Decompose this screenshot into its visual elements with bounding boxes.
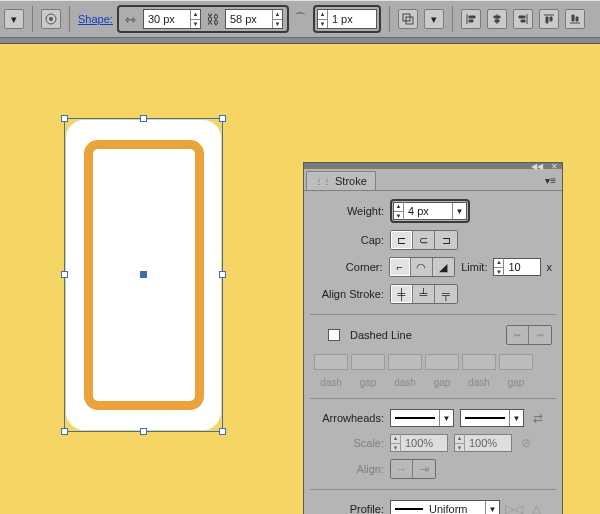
weight-input[interactable]: ▲▼ 4 px ▼ bbox=[393, 202, 467, 220]
handle-ne[interactable] bbox=[219, 115, 226, 122]
dash-field bbox=[351, 354, 385, 370]
dash-field bbox=[314, 354, 348, 370]
svg-rect-2 bbox=[403, 14, 410, 21]
align-left-icon[interactable] bbox=[461, 9, 481, 29]
dash-align-group: ┅ ┉ bbox=[506, 325, 552, 345]
options-toolbar: ▾ Shape: ⇿ ▲▼ ⛓ ▲▼ ⌒ ▲▼ ▾ bbox=[0, 0, 600, 38]
handle-w[interactable] bbox=[61, 271, 68, 278]
handle-s[interactable] bbox=[140, 428, 147, 435]
width-height-block: ⇿ ▲▼ ⛓ ▲▼ bbox=[117, 5, 289, 33]
row-weight: Weight: ▲▼ 4 px ▼ bbox=[314, 199, 552, 223]
pathfinder-more-icon[interactable]: ▾ bbox=[424, 9, 444, 29]
dash-col-label: gap bbox=[351, 377, 385, 388]
weight-label: Weight: bbox=[314, 205, 384, 217]
dropdown-caret-icon[interactable]: ▾ bbox=[4, 9, 24, 29]
tab-stroke[interactable]: ⋮⋮ Stroke bbox=[306, 171, 376, 190]
align-hcenter-icon[interactable] bbox=[487, 9, 507, 29]
panel-body: Weight: ▲▼ 4 px ▼ Cap: ⊏ ⊂ ⊐ C bbox=[304, 191, 562, 514]
limit-input[interactable]: ▲▼ 10 bbox=[493, 258, 540, 276]
link-icon[interactable]: ⛓ bbox=[205, 12, 221, 27]
handle-sw[interactable] bbox=[61, 428, 68, 435]
row-scale: Scale: ▲▼100% ▲▼100% ⊘ bbox=[314, 434, 552, 452]
cap-projecting-icon[interactable]: ⊐ bbox=[435, 231, 457, 249]
divider bbox=[452, 6, 453, 32]
chevron-down-icon[interactable]: ▼ bbox=[485, 501, 499, 514]
dashed-checkbox[interactable] bbox=[328, 329, 340, 341]
corner-radius-icon: ⌒ bbox=[293, 10, 309, 28]
collapse-icon[interactable]: ◀◀ bbox=[531, 162, 543, 171]
divider bbox=[389, 6, 390, 32]
align-center-icon[interactable]: ╪ bbox=[391, 285, 413, 303]
shape-height-input[interactable]: ▲▼ bbox=[225, 9, 283, 29]
shape-link[interactable]: Shape: bbox=[78, 13, 113, 25]
cap-butt-icon[interactable]: ⊏ bbox=[391, 231, 413, 249]
shape-size-group: Shape: ⇿ ▲▼ ⛓ ▲▼ ⌒ ▲▼ bbox=[78, 5, 381, 33]
svg-point-0 bbox=[46, 14, 56, 24]
dash-col-label: dash bbox=[388, 377, 422, 388]
dash-fields bbox=[314, 354, 552, 370]
profile-value: Uniform bbox=[429, 503, 468, 514]
align-inside-icon[interactable]: ╧ bbox=[413, 285, 435, 303]
corner-round-icon[interactable]: ◠ bbox=[411, 258, 433, 276]
handle-se[interactable] bbox=[219, 428, 226, 435]
row-corner: Corner: ⌐ ◠ ◢ Limit: ▲▼ 10 x bbox=[314, 257, 552, 277]
arrowheads-label: Arrowheads: bbox=[314, 412, 384, 424]
dash-field bbox=[388, 354, 422, 370]
flip-along-icon: △ bbox=[528, 501, 544, 514]
row-arrowheads: Arrowheads: ▼ ▼ ⇄ bbox=[314, 409, 552, 427]
limit-suffix: x bbox=[547, 261, 553, 273]
arrow-end[interactable]: ▼ bbox=[460, 409, 524, 427]
align-stroke-label: Align Stroke: bbox=[314, 288, 384, 300]
recolor-icon[interactable] bbox=[41, 9, 61, 29]
profile-select[interactable]: Uniform ▼ bbox=[390, 500, 500, 514]
dashed-label: Dashed Line bbox=[350, 329, 412, 341]
dash-preserve-icon: ┅ bbox=[507, 326, 529, 344]
corner-bevel-icon[interactable]: ◢ bbox=[433, 258, 455, 276]
separator bbox=[310, 314, 556, 315]
dash-align-icon: ┉ bbox=[529, 326, 551, 344]
chevron-down-icon[interactable]: ▼ bbox=[452, 203, 466, 219]
align-outside-icon[interactable]: ╤ bbox=[435, 285, 457, 303]
close-icon[interactable]: ✕ bbox=[551, 162, 558, 171]
corner-block: ▲▼ bbox=[313, 5, 381, 33]
pathfinder-icon[interactable] bbox=[398, 9, 418, 29]
arrow-place-icon: ⇥ bbox=[413, 460, 435, 478]
scale-label: Scale: bbox=[314, 437, 384, 449]
handle-nw[interactable] bbox=[61, 115, 68, 122]
weight-field-frame: ▲▼ 4 px ▼ bbox=[390, 199, 470, 223]
divider bbox=[69, 6, 70, 32]
arrow-start[interactable]: ▼ bbox=[390, 409, 454, 427]
row-align-stroke: Align Stroke: ╪ ╧ ╤ bbox=[314, 284, 552, 304]
dash-col-label: gap bbox=[499, 377, 533, 388]
handle-e[interactable] bbox=[219, 271, 226, 278]
selection-bounding-box[interactable] bbox=[64, 118, 223, 432]
tab-label: Stroke bbox=[335, 175, 367, 187]
stroke-panel: ◀◀ ✕ ⋮⋮ Stroke ▾≡ Weight: ▲▼ 4 px ▼ bbox=[303, 162, 563, 514]
handle-n[interactable] bbox=[140, 115, 147, 122]
panel-tabbar: ⋮⋮ Stroke ▾≡ bbox=[304, 169, 562, 191]
align-vcenter-icon[interactable] bbox=[565, 9, 585, 29]
shape-width-input[interactable]: ▲▼ bbox=[143, 9, 201, 29]
swap-arrows-icon[interactable]: ⇄ bbox=[530, 410, 546, 426]
cap-group: ⊏ ⊂ ⊐ bbox=[390, 230, 458, 250]
limit-value: 10 bbox=[504, 261, 539, 273]
scale-start: ▲▼100% bbox=[390, 434, 448, 452]
flip-across-icon: ▷◁ bbox=[506, 501, 522, 514]
dash-field bbox=[425, 354, 459, 370]
separator bbox=[310, 489, 556, 490]
corner-miter-icon[interactable]: ⌐ bbox=[390, 258, 412, 276]
separator bbox=[310, 398, 556, 399]
align-top-icon[interactable] bbox=[539, 9, 559, 29]
row-profile: Profile: Uniform ▼ ▷◁ △ bbox=[314, 500, 552, 514]
panel-menu-icon[interactable]: ▾≡ bbox=[545, 175, 562, 190]
corner-radius-input[interactable]: ▲▼ bbox=[317, 9, 377, 29]
corner-label: Corner: bbox=[314, 261, 383, 273]
dash-field bbox=[499, 354, 533, 370]
dash-col-label: dash bbox=[314, 377, 348, 388]
align-right-icon[interactable] bbox=[513, 9, 533, 29]
dash-field bbox=[462, 354, 496, 370]
handle-center[interactable] bbox=[140, 271, 147, 278]
cap-round-icon[interactable]: ⊂ bbox=[413, 231, 435, 249]
row-cap: Cap: ⊏ ⊂ ⊐ bbox=[314, 230, 552, 250]
artboard[interactable]: ◀◀ ✕ ⋮⋮ Stroke ▾≡ Weight: ▲▼ 4 px ▼ bbox=[0, 44, 600, 514]
